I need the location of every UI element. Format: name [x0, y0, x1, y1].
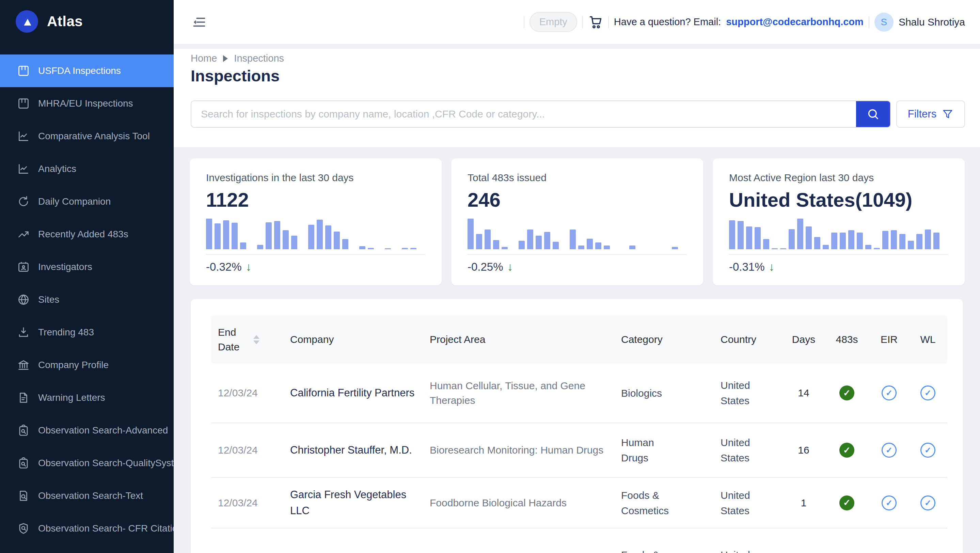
clipboard-search-icon	[17, 457, 30, 470]
trending-up-icon	[17, 228, 30, 241]
sidebar-item-observation-search-cfr-citation[interactable]: Observation Search- CFR Citation	[0, 512, 173, 545]
check-circle-icon[interactable]	[881, 386, 897, 400]
sidebar-item-mhra-eu-inspections[interactable]: MHRA/EU Inspections	[0, 87, 173, 120]
table-row[interactable]: 12/03/24 Garcia Fresh Vegetables LLC Foo…	[211, 477, 947, 528]
column-header-category: Category	[621, 334, 721, 345]
chevron-right-icon	[223, 55, 228, 62]
table-row[interactable]: 12/03/24 California Fertility Partners H…	[211, 363, 947, 423]
bank-icon	[17, 359, 30, 372]
column-header-483s: 483s	[824, 334, 870, 345]
column-header-project-area: Project Area	[430, 334, 621, 345]
company-cell[interactable]: Christopher Stauffer, M.D.	[290, 442, 430, 458]
breadcrumb-home[interactable]: Home	[191, 53, 217, 64]
country-cell: United States	[721, 547, 765, 553]
eir-status-cell[interactable]	[870, 496, 908, 510]
wl-status-cell[interactable]	[908, 443, 947, 458]
days-cell: 14	[783, 387, 824, 399]
sidebar: Atlas USFDA Inspections MHRA/EU Inspecti…	[0, 0, 173, 553]
sidebar-item-observation-search-qualitysystem[interactable]: Observation Search-QualitySystem	[0, 447, 173, 480]
sidebar-item-comparative-analysis-tool[interactable]: Comparative Analysis Tool	[0, 120, 173, 153]
search-input[interactable]	[191, 101, 856, 127]
483s-status-cell[interactable]	[824, 496, 870, 510]
sidebar-item-company-profile[interactable]: Company Profile	[0, 349, 173, 381]
file-text-icon	[17, 391, 30, 404]
sidebar-item-analytics[interactable]: Analytics	[0, 153, 173, 185]
inspections-table-card: End Date Company Project Area Category C…	[191, 299, 963, 553]
stat-value: 246	[468, 188, 687, 211]
support-email-link[interactable]: support@codecarbonhq.com	[726, 16, 864, 28]
end-date-cell: 12/03/24	[211, 387, 290, 399]
sidebar-item-usfda-inspections[interactable]: USFDA Inspections	[0, 54, 173, 87]
check-circle-icon[interactable]	[839, 386, 854, 400]
sidebar-item-daily-companion[interactable]: Daily Companion	[0, 185, 173, 218]
sidebar-item-label: Sites	[38, 294, 59, 305]
inspections-table: End Date Company Project Area Category C…	[211, 316, 947, 553]
wl-status-cell[interactable]	[908, 496, 947, 510]
table-row[interactable]: 12/03/24 Grecian Delight/Kronos Foods & …	[211, 528, 947, 553]
chart-line-icon	[17, 162, 30, 175]
project-area-cell: Human Cellular, Tissue, and Gene Therapi…	[430, 378, 621, 408]
country-cell: United States	[721, 435, 765, 466]
breadcrumb-current: Inspections	[234, 53, 284, 64]
sidebar-item-label: Company Profile	[38, 359, 109, 370]
divider	[524, 16, 524, 28]
delta-value: -0.31%	[729, 261, 765, 273]
sidebar-item-warning-letters[interactable]: Warning Letters	[0, 381, 173, 414]
column-header-end-date[interactable]: End Date	[211, 325, 290, 354]
check-circle-icon[interactable]	[839, 496, 854, 510]
user-name: Shalu Shrotiya	[899, 16, 965, 28]
check-circle-icon[interactable]	[839, 443, 854, 458]
brand: Atlas	[0, 0, 173, 33]
category-cell: Human Drugs	[621, 435, 689, 466]
stat-value: United States(1049)	[729, 188, 948, 211]
column-header-eir: EIR	[870, 334, 908, 345]
sidebar-item-label: Observation Search- CFR Citation	[38, 523, 173, 534]
sidebar-item-label: USFDA Inspections	[38, 65, 121, 76]
stat-card-total-483s: Total 483s issued 246 -0.25% ↓	[451, 158, 703, 285]
download-icon	[17, 326, 30, 339]
check-circle-icon[interactable]	[881, 496, 897, 510]
sidebar-item-label: Warning Letters	[38, 392, 105, 403]
sidebar-item-sites[interactable]: Sites	[0, 283, 173, 316]
sidebar-item-observation-search-advanced[interactable]: Observation Search-Advanced	[0, 414, 173, 447]
delta-value: -0.25%	[468, 261, 503, 273]
filters-button[interactable]: Filters	[896, 100, 965, 128]
eir-status-cell[interactable]	[870, 386, 908, 400]
check-circle-icon[interactable]	[881, 443, 897, 458]
search-button[interactable]	[856, 101, 890, 127]
topbar: Empty Have a question? Email: support@co…	[173, 0, 980, 44]
sidebar-item-recently-added-483s[interactable]: Recently Added 483s	[0, 218, 173, 251]
483s-status-cell[interactable]	[824, 443, 870, 458]
days-cell: 1	[783, 497, 824, 509]
sparkline-bar-chart	[206, 219, 425, 249]
483s-status-cell[interactable]	[824, 386, 870, 400]
sidebar-item-label: Investigators	[38, 262, 92, 272]
filter-funnel-icon	[942, 108, 953, 120]
sort-icon[interactable]	[253, 335, 280, 344]
column-header-wl: WL	[908, 334, 947, 345]
stat-card-investigations: Investigations in the last 30 days 1122 …	[190, 158, 442, 285]
eir-status-cell[interactable]	[870, 443, 908, 458]
cart-icon[interactable]	[588, 14, 603, 30]
days-cell: 16	[783, 444, 824, 456]
arrow-down-icon: ↓	[246, 260, 251, 273]
arrow-down-icon: ↓	[508, 260, 513, 273]
table-row[interactable]: 12/03/24 Christopher Stauffer, M.D. Bior…	[211, 423, 947, 477]
company-cell[interactable]: California Fertility Partners	[290, 385, 430, 401]
sidebar-item-trending-483[interactable]: Trending 483	[0, 316, 173, 349]
end-date-cell: 12/03/24	[211, 444, 290, 456]
sidebar-item-label: Comparative Analysis Tool	[38, 131, 150, 141]
check-circle-icon[interactable]	[920, 386, 935, 400]
company-cell[interactable]: Garcia Fresh Vegetables LLC	[290, 487, 430, 519]
sidebar-item-observation-search-text[interactable]: Observation Search-Text	[0, 480, 173, 512]
check-circle-icon[interactable]	[920, 496, 935, 510]
wl-status-cell[interactable]	[908, 386, 947, 400]
stat-cards: Investigations in the last 30 days 1122 …	[190, 158, 965, 285]
divider	[206, 254, 425, 255]
collapse-sidebar-icon[interactable]	[192, 15, 206, 29]
user-avatar[interactable]: S	[875, 13, 894, 32]
sidebar-item-label: Recently Added 483s	[38, 229, 128, 240]
sidebar-item-investigators[interactable]: Investigators	[0, 251, 173, 283]
check-circle-icon[interactable]	[920, 443, 935, 458]
stat-value: 1122	[206, 188, 425, 211]
